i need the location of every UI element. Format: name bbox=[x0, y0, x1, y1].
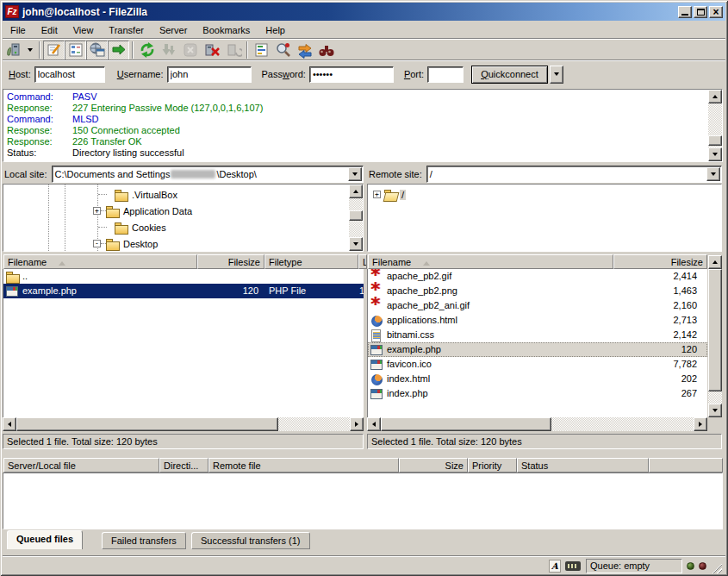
reconnect-button[interactable] bbox=[222, 41, 244, 60]
close-button[interactable]: × bbox=[709, 6, 723, 18]
synchronized-browsing-button[interactable] bbox=[294, 41, 315, 60]
file-row[interactable]: index.html 202 bbox=[368, 372, 707, 386]
scrollbar-up-button[interactable] bbox=[708, 90, 722, 103]
menu-transfer[interactable]: Transfer bbox=[101, 22, 152, 38]
host-input[interactable] bbox=[34, 66, 105, 83]
queue-splitter[interactable] bbox=[3, 450, 725, 458]
remote-hscrollbar[interactable] bbox=[367, 417, 707, 431]
menu-help[interactable]: Help bbox=[258, 22, 293, 38]
tree-expander[interactable]: + bbox=[93, 207, 101, 215]
window-title: john@localhost - FileZilla bbox=[22, 6, 676, 18]
tree-item-application-data[interactable]: + Application Data bbox=[93, 203, 192, 219]
tree-expander[interactable]: + bbox=[373, 191, 381, 198]
tab-failed-transfers[interactable]: Failed transfers bbox=[102, 532, 186, 549]
column-header-server-local-file[interactable]: Server/Local file bbox=[3, 458, 159, 473]
column-header-direction[interactable]: Directi... bbox=[159, 458, 208, 473]
remote-vscrollbar[interactable] bbox=[708, 255, 722, 417]
column-header-remote-file[interactable]: Remote file bbox=[208, 458, 399, 473]
queue-header: Server/Local file Directi... Remote file… bbox=[3, 458, 723, 473]
file-size: 1,463 bbox=[614, 284, 700, 298]
scrollbar-up-button[interactable] bbox=[708, 255, 722, 269]
quickconnect-button[interactable]: Quickconnect bbox=[471, 66, 548, 84]
column-header-filename[interactable]: Filename bbox=[368, 254, 613, 269]
column-header-filetype[interactable]: Filetype bbox=[264, 254, 358, 269]
file-row[interactable]: applications.html 2,713 bbox=[368, 313, 707, 328]
scrollbar-thumb[interactable] bbox=[708, 135, 722, 146]
file-row-selected[interactable]: example.php 120 bbox=[368, 342, 707, 357]
scrollbar-left-button[interactable] bbox=[367, 417, 381, 431]
file-row-parent-dir[interactable]: .. bbox=[3, 269, 364, 284]
scrollbar-thumb[interactable] bbox=[349, 210, 363, 221]
file-row[interactable]: apache_pb2.png 1,463 bbox=[368, 284, 707, 298]
toggle-remote-tree-button[interactable] bbox=[86, 41, 108, 60]
scrollbar-thumb[interactable] bbox=[708, 269, 722, 391]
file-row[interactable]: apache_pb2.gif 2,414 bbox=[368, 269, 707, 284]
scrollbar-thumb[interactable] bbox=[381, 417, 551, 431]
disconnect-button[interactable] bbox=[201, 41, 222, 60]
scrollbar-down-button[interactable] bbox=[349, 237, 363, 251]
file-row[interactable]: index.php 267 bbox=[368, 386, 707, 401]
tree-item-virtualbox[interactable]: .VirtualBox bbox=[98, 186, 177, 203]
site-manager-dropdown-button[interactable] bbox=[24, 41, 36, 60]
title-bar[interactable]: Fz john@localhost - FileZilla × bbox=[3, 3, 725, 21]
tree-item-root[interactable]: + / bbox=[373, 186, 406, 203]
minimize-button[interactable] bbox=[678, 6, 692, 18]
directory-listing-filters-button[interactable] bbox=[251, 41, 272, 60]
port-input[interactable] bbox=[427, 66, 464, 83]
toggle-message-log-button[interactable] bbox=[43, 41, 65, 60]
process-queue-button[interactable] bbox=[158, 41, 179, 60]
password-input[interactable] bbox=[309, 66, 394, 83]
menu-edit[interactable]: Edit bbox=[34, 22, 65, 38]
file-row-example-php[interactable]: example.php 120 PHP File 1 bbox=[3, 284, 364, 298]
filezilla-app-icon[interactable]: Fz bbox=[5, 5, 19, 18]
tree-item-cookies[interactable]: Cookies bbox=[98, 219, 166, 235]
quickconnect-dropdown-button[interactable] bbox=[550, 66, 563, 84]
speed-limits-icon[interactable] bbox=[565, 561, 581, 571]
scrollbar-down-button[interactable] bbox=[708, 404, 722, 417]
column-header-priority[interactable]: Priority bbox=[468, 458, 517, 473]
menu-file[interactable]: File bbox=[3, 22, 34, 38]
column-header-filesize[interactable]: Filesize bbox=[613, 254, 707, 269]
column-header-filesize[interactable]: Filesize bbox=[197, 254, 264, 269]
scrollbar-down-button[interactable] bbox=[708, 147, 722, 161]
column-header-status[interactable]: Status bbox=[517, 458, 649, 473]
username-input[interactable] bbox=[167, 66, 252, 83]
tab-successful-transfers[interactable]: Successful transfers (1) bbox=[191, 532, 310, 549]
toggle-local-tree-button[interactable] bbox=[65, 41, 86, 60]
local-site-combo[interactable]: C:\Documents and Settings\Desktop\ bbox=[52, 166, 364, 183]
resize-grip-icon[interactable] bbox=[711, 562, 722, 573]
find-files-button[interactable] bbox=[315, 41, 337, 60]
column-header-filename[interactable]: Filename bbox=[3, 254, 197, 269]
file-row[interactable]: bitnami.css 2,142 bbox=[368, 328, 707, 342]
remote-site-dropdown-button[interactable] bbox=[706, 167, 720, 181]
local-hscrollbar[interactable] bbox=[3, 417, 364, 431]
local-tree-scrollbar[interactable] bbox=[349, 185, 363, 251]
scrollbar-left-button[interactable] bbox=[3, 417, 16, 431]
scrollbar-up-button[interactable] bbox=[349, 185, 363, 198]
queue-list[interactable] bbox=[3, 473, 723, 529]
column-header-size[interactable]: Size bbox=[399, 458, 468, 473]
file-row[interactable]: apache_pb2_ani.gif 2,160 bbox=[368, 298, 707, 313]
tree-item-desktop[interactable]: - Desktop bbox=[93, 235, 158, 252]
site-manager-button[interactable] bbox=[3, 41, 24, 60]
tree-expander[interactable]: - bbox=[93, 240, 101, 247]
menu-server[interactable]: Server bbox=[152, 22, 195, 38]
local-site-dropdown-button[interactable] bbox=[348, 167, 362, 181]
toggle-transfer-queue-button[interactable] bbox=[108, 41, 129, 60]
cancel-operation-button[interactable] bbox=[179, 41, 201, 60]
tab-queued-files[interactable]: Queued files bbox=[7, 530, 83, 549]
scrollbar-right-button[interactable] bbox=[350, 417, 364, 431]
log-text: MLSD bbox=[72, 114, 99, 125]
ascii-data-type-icon[interactable]: A bbox=[549, 560, 561, 573]
scrollbar-right-button[interactable] bbox=[694, 417, 707, 431]
file-row[interactable]: favicon.ico 7,782 bbox=[368, 357, 707, 372]
menu-view[interactable]: View bbox=[65, 22, 102, 38]
refresh-button[interactable] bbox=[136, 41, 158, 60]
remote-site-combo[interactable]: / bbox=[426, 166, 722, 183]
menu-bookmarks[interactable]: Bookmarks bbox=[195, 22, 258, 38]
directory-comparison-button[interactable] bbox=[272, 41, 294, 60]
log-scrollbar[interactable] bbox=[708, 90, 722, 161]
scrollbar-thumb[interactable] bbox=[16, 417, 278, 431]
remote-selection-status: Selected 1 file. Total size: 120 bytes bbox=[367, 434, 722, 449]
maximize-button[interactable] bbox=[694, 6, 707, 18]
